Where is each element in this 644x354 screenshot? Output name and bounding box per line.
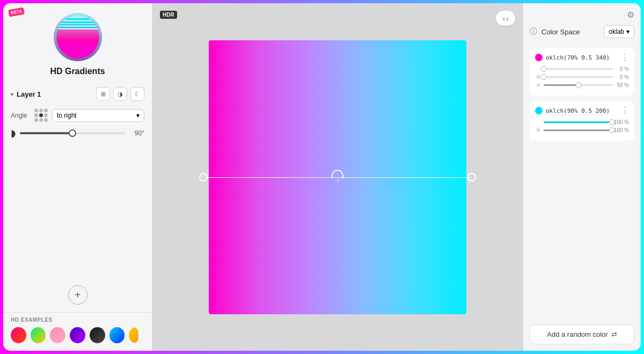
example-purple[interactable] (70, 327, 85, 343)
color-dot-1[interactable] (535, 54, 543, 61)
dot-tl[interactable] (34, 109, 38, 112)
color-stop-menu-2[interactable]: ⋮ (620, 106, 629, 115)
stop2-slider2-value: 100 % (614, 127, 629, 133)
stop2-slider2-icon: ⛓ (535, 128, 541, 133)
nav-left-icon: ‹ (503, 15, 505, 23)
angle-slider-icon: ◗ (11, 127, 16, 139)
color-stop-name-2: oklch(90% 0.5 200) (546, 107, 617, 114)
info-icon[interactable]: ⓘ (530, 27, 537, 37)
dot-mr[interactable] (44, 113, 48, 117)
add-layer-button[interactable]: + (68, 285, 87, 305)
examples-row (11, 327, 144, 343)
example-blue-cyan[interactable] (109, 327, 125, 343)
stop2-slider2-track[interactable] (544, 129, 612, 131)
color-dot-2[interactable] (535, 107, 543, 114)
sidebar-header: BETA HD Gradients (3, 3, 152, 83)
hdr-badge: HDR (160, 11, 177, 19)
slider2-track[interactable] (544, 76, 613, 78)
dot-bl[interactable] (34, 118, 38, 122)
color-stop-1: oklch(70% 0.5 340) ⋮ 0 % ⛓ 0 % (530, 48, 634, 96)
layer-header: ▾ Layer 1 ⊞ ◑ ☾ (11, 83, 144, 105)
slider3-icon: ↺ (535, 83, 541, 88)
slider1-value: 0 % (615, 66, 629, 72)
direction-dots[interactable] (34, 109, 48, 122)
dot-bc[interactable] (39, 118, 43, 122)
angle-slider-row: ◗ 90° (11, 127, 144, 139)
sidebar: BETA HD Gradients ▾ Layer 1 ⊞ ◑ ☾ (3, 3, 152, 351)
angle-direction-value: to right (57, 112, 77, 119)
examples-section: HD EXAMPLES (3, 312, 152, 351)
app-title: HD Gradients (50, 67, 105, 76)
example-green-yellow[interactable] (31, 327, 46, 343)
layer-circle-icon[interactable]: ◑ (113, 87, 127, 101)
color-stop-2: oklch(90% 0.5 200) ⋮ 100 % ⛓ 100 % (530, 101, 634, 141)
examples-label: HD EXAMPLES (11, 317, 144, 323)
add-color-label: Add a random color (547, 330, 608, 338)
layer-collapse-icon[interactable]: ▾ (11, 91, 13, 97)
slider2-value: 0 % (615, 74, 629, 80)
angle-value: 90° (129, 129, 144, 137)
color-space-dropdown[interactable]: oklab ▾ (604, 25, 634, 38)
nav-arrow[interactable]: ‹ › (496, 11, 515, 26)
example-pink-orange[interactable] (11, 327, 26, 343)
angle-slider-track[interactable] (20, 132, 125, 134)
add-random-color-button[interactable]: Add a random color ⇄ (530, 324, 634, 344)
color-stop-menu-1[interactable]: ⋮ (620, 53, 629, 62)
layer-grid-icon[interactable]: ⊞ (96, 87, 110, 101)
slider3-value: 50 % (615, 82, 629, 88)
color-stop-name-1: oklch(70% 0.5 340) (546, 54, 617, 61)
gradient-canvas[interactable] (209, 40, 466, 314)
gradient-midpoint[interactable] (332, 170, 343, 183)
stop2-slider1-value: 100 % (614, 119, 629, 125)
chevron-down-icon: ▾ (626, 28, 630, 35)
shuffle-icon: ⇄ (611, 330, 617, 338)
example-yellow[interactable] (129, 327, 144, 343)
dot-tc[interactable] (39, 109, 43, 112)
angle-dropdown[interactable]: to right ▾ (52, 109, 144, 122)
app-logo (54, 13, 102, 61)
layer-name: Layer 1 (17, 90, 41, 98)
example-dark[interactable] (90, 327, 105, 343)
color-space-label: Color Space (541, 28, 599, 36)
layer-section: ▾ Layer 1 ⊞ ◑ ☾ Angle (3, 83, 152, 312)
layer-moon-icon[interactable]: ☾ (130, 87, 144, 101)
color-space-value: oklab (609, 28, 624, 35)
color-space-row: ⓘ Color Space oklab ▾ (530, 25, 634, 38)
dot-mc[interactable] (39, 113, 43, 117)
slider1-track[interactable] (544, 68, 613, 70)
stop2-slider1-track[interactable] (544, 121, 612, 123)
gradient-endpoint-right[interactable] (467, 173, 476, 182)
angle-label: Angle (11, 112, 30, 119)
slider3-track[interactable] (544, 84, 613, 86)
app-container: BETA HD Gradients ▾ Layer 1 ⊞ ◑ ☾ (3, 3, 641, 351)
dot-tr[interactable] (44, 109, 48, 112)
dot-br[interactable] (44, 118, 48, 122)
settings-icon[interactable]: ⚙ (627, 10, 634, 20)
beta-badge: BETA (8, 8, 25, 17)
nav-right-icon: › (506, 15, 508, 23)
example-light-pink[interactable] (50, 327, 65, 343)
angle-row: Angle to right ▾ (11, 109, 144, 122)
right-panel: ⚙ ⓘ Color Space oklab ▾ oklch(70% 0.5 34… (523, 3, 641, 351)
main-canvas: HDR ‹ › (152, 3, 523, 351)
gradient-endpoint-left[interactable] (199, 173, 208, 182)
dot-ml[interactable] (34, 113, 38, 117)
chevron-down-icon: ▾ (136, 112, 140, 119)
